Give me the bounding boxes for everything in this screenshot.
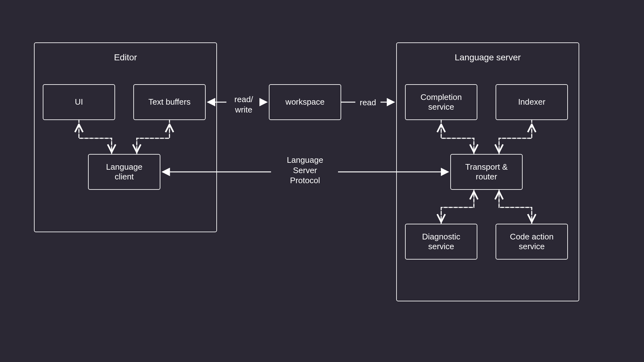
text-buffers-label: Text buffers: [148, 97, 191, 107]
language-client-node: Language client: [88, 154, 160, 190]
indexer-label: Indexer: [518, 97, 546, 107]
editor-container: Editor: [34, 42, 217, 232]
language-server-title: Language server: [397, 52, 579, 63]
editor-title: Editor: [35, 52, 216, 63]
completion-service-label: Completion service: [420, 92, 462, 112]
ui-label: UI: [75, 97, 83, 107]
diagnostic-service-label: Diagnostic service: [422, 232, 460, 251]
transport-router-label: Transport & router: [465, 162, 508, 182]
indexer-node: Indexer: [496, 84, 568, 120]
diagnostic-service-node: Diagnostic service: [405, 224, 477, 260]
code-action-service-label: Code action service: [510, 232, 554, 251]
ui-node: UI: [43, 84, 115, 120]
workspace-node: workspace: [269, 84, 341, 120]
lsp-label: Language Server Protocol: [274, 155, 336, 186]
language-client-label: Language client: [106, 162, 142, 182]
workspace-label: workspace: [286, 97, 325, 107]
transport-router-node: Transport & router: [450, 154, 523, 190]
completion-service-node: Completion service: [405, 84, 477, 120]
diagram-stage: Editor Language server UI Text buffers L…: [0, 0, 644, 362]
code-action-service-node: Code action service: [496, 224, 568, 260]
read-label: read: [355, 97, 380, 108]
read-write-label: read/ write: [226, 94, 261, 115]
text-buffers-node: Text buffers: [133, 84, 206, 120]
